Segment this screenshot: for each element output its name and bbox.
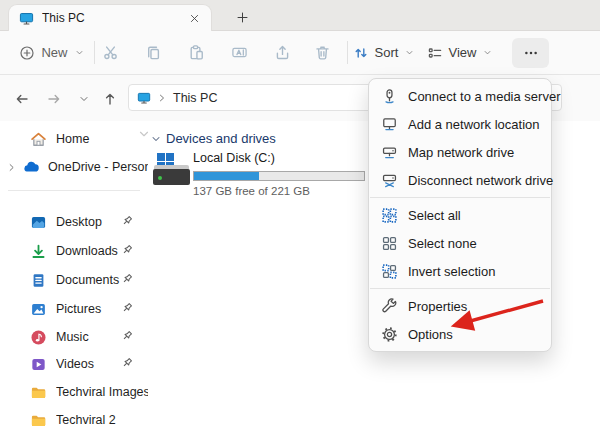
videos-icon bbox=[30, 356, 47, 373]
view-button-label: View bbox=[449, 45, 477, 60]
invert-selection-icon bbox=[381, 263, 398, 280]
collapse-chevron-icon[interactable] bbox=[150, 133, 162, 145]
sidebar-item-techviral-2[interactable]: Techviral 2 bbox=[0, 406, 148, 431]
media-server-icon bbox=[381, 88, 398, 105]
menu-item-label: Properties bbox=[408, 299, 467, 314]
sort-arrows-icon bbox=[353, 45, 369, 61]
pin-icon[interactable] bbox=[120, 301, 136, 317]
cut-button[interactable] bbox=[95, 31, 125, 74]
tab-title: This PC bbox=[42, 11, 185, 25]
folder-icon bbox=[30, 412, 47, 429]
chevron-down-icon bbox=[404, 47, 415, 58]
tab-strip: This PC bbox=[0, 0, 600, 31]
map-network-drive-icon bbox=[381, 144, 398, 161]
view-button[interactable]: View bbox=[426, 31, 494, 74]
new-button-label: New bbox=[41, 45, 67, 60]
sidebar-item-home[interactable]: Home bbox=[0, 125, 148, 153]
pictures-icon bbox=[30, 301, 47, 318]
up-button[interactable] bbox=[98, 87, 122, 111]
folder-icon bbox=[30, 384, 47, 401]
sidebar-item-label: OneDrive - Persona bbox=[48, 160, 148, 174]
drive-usage-fill bbox=[194, 172, 259, 180]
breadcrumb-location[interactable]: This PC bbox=[173, 91, 217, 105]
sidebar-item-desktop[interactable]: Desktop bbox=[0, 208, 148, 236]
recent-locations-chevron-icon[interactable] bbox=[72, 87, 96, 111]
onedrive-cloud-icon bbox=[22, 159, 39, 176]
select-none-icon bbox=[381, 235, 398, 252]
disconnect-network-drive-icon bbox=[381, 172, 398, 189]
select-all-icon bbox=[381, 207, 398, 224]
tab-close-icon[interactable] bbox=[185, 9, 203, 27]
menu-item-properties[interactable]: Properties bbox=[369, 292, 551, 320]
this-pc-monitor-icon bbox=[19, 11, 34, 26]
sidebar-item-label: Pictures bbox=[56, 302, 120, 316]
copy-icon bbox=[145, 44, 162, 61]
sort-button-label: Sort bbox=[375, 45, 399, 60]
sidebar-item-downloads[interactable]: Downloads bbox=[0, 237, 148, 265]
downloads-icon bbox=[30, 243, 47, 260]
expand-chevron-icon[interactable] bbox=[0, 162, 22, 173]
breadcrumb-chevron-icon[interactable] bbox=[157, 93, 167, 103]
menu-item-select-all[interactable]: Select all bbox=[369, 201, 551, 229]
menu-item-options[interactable]: Options bbox=[369, 320, 551, 348]
options-gear-icon bbox=[381, 326, 398, 343]
pin-icon[interactable] bbox=[120, 214, 136, 230]
forward-button[interactable] bbox=[42, 87, 66, 111]
toolbar-divider bbox=[347, 41, 348, 64]
pin-icon[interactable] bbox=[120, 272, 136, 288]
back-button[interactable] bbox=[10, 87, 34, 111]
menu-item-invert-selection[interactable]: Invert selection bbox=[369, 257, 551, 285]
menu-item-label: Select none bbox=[408, 236, 477, 251]
pin-icon[interactable] bbox=[120, 329, 136, 345]
menu-separator bbox=[370, 197, 550, 198]
sidebar-item-label: Videos bbox=[56, 357, 120, 371]
menu-item-connect-media-server[interactable]: Connect to a media server bbox=[369, 82, 551, 110]
pin-icon[interactable] bbox=[120, 243, 136, 259]
sidebar-item-onedrive[interactable]: OneDrive - Persona bbox=[0, 153, 148, 181]
ellipsis-icon bbox=[523, 45, 539, 61]
sidebar-item-label: Home bbox=[56, 132, 148, 146]
sort-button[interactable]: Sort bbox=[352, 31, 416, 74]
sidebar-item-label: Desktop bbox=[56, 215, 120, 229]
sidebar-item-music[interactable]: Music bbox=[0, 323, 148, 351]
cut-scissors-icon bbox=[102, 44, 119, 61]
drive-capacity-text: 137 GB free of 221 GB bbox=[193, 185, 310, 197]
copy-button[interactable] bbox=[138, 31, 168, 74]
sidebar-item-techviral-images[interactable]: Techviral Images bbox=[0, 378, 148, 406]
share-button[interactable] bbox=[267, 31, 297, 74]
home-icon bbox=[30, 131, 47, 148]
sidebar-item-pictures[interactable]: Pictures bbox=[0, 295, 148, 323]
delete-button[interactable] bbox=[307, 31, 337, 74]
command-bar: New bbox=[0, 31, 600, 75]
rename-icon bbox=[231, 44, 248, 61]
add-network-location-icon bbox=[381, 116, 398, 133]
drive-usage-bar bbox=[193, 171, 365, 181]
menu-item-map-network-drive[interactable]: Map network drive bbox=[369, 138, 551, 166]
sidebar-item-videos[interactable]: Videos bbox=[0, 350, 148, 378]
delete-trash-icon bbox=[314, 44, 331, 61]
paste-clipboard-icon bbox=[188, 44, 205, 61]
new-button[interactable]: New bbox=[14, 31, 90, 74]
new-tab-button[interactable] bbox=[230, 6, 254, 28]
sidebar-item-label: Techviral Images bbox=[56, 385, 148, 399]
menu-item-select-none[interactable]: Select none bbox=[369, 229, 551, 257]
sidebar-item-label: Music bbox=[56, 330, 120, 344]
menu-separator bbox=[370, 288, 550, 289]
sidebar-item-documents[interactable]: Documents bbox=[0, 266, 148, 294]
this-pc-monitor-icon bbox=[137, 91, 151, 105]
see-more-button[interactable] bbox=[512, 38, 549, 68]
sidebar-item-label: Downloads bbox=[56, 244, 120, 258]
pin-icon[interactable] bbox=[120, 356, 136, 372]
share-icon bbox=[274, 44, 291, 61]
file-explorer-window: This PC New bbox=[0, 0, 600, 431]
menu-item-disconnect-network-drive[interactable]: Disconnect network drive bbox=[369, 166, 551, 194]
view-list-icon bbox=[427, 45, 443, 61]
section-devices-and-drives[interactable]: Devices and drives bbox=[150, 131, 276, 146]
menu-item-add-network-location[interactable]: Add a network location bbox=[369, 110, 551, 138]
rename-button[interactable] bbox=[224, 31, 254, 74]
chevron-down-icon bbox=[482, 47, 493, 58]
paste-button[interactable] bbox=[181, 31, 211, 74]
menu-item-label: Invert selection bbox=[408, 264, 495, 279]
tab-this-pc[interactable]: This PC bbox=[8, 4, 212, 31]
documents-icon bbox=[30, 272, 47, 289]
